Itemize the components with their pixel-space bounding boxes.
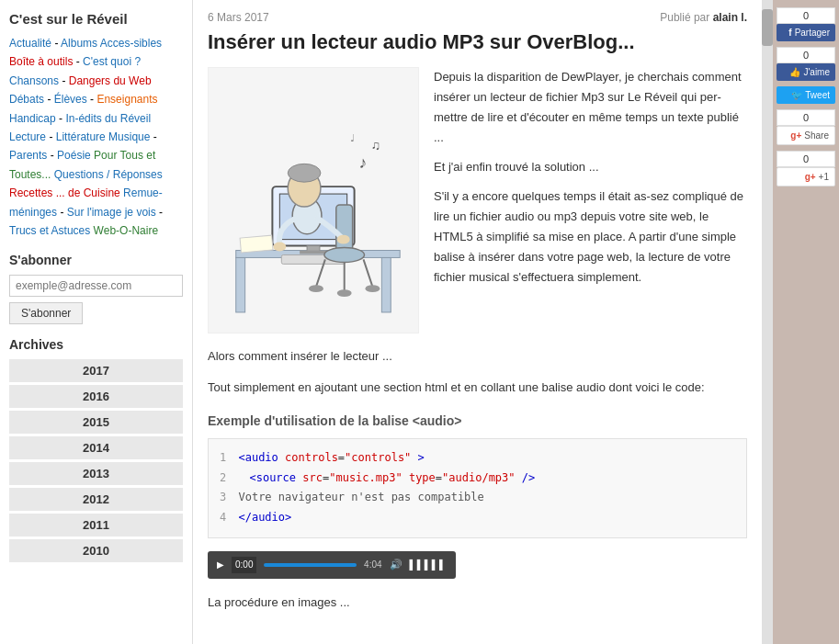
- subscribe-section: S'abonner S'abonner: [9, 253, 183, 324]
- nav-link-questions[interactable]: Questions / Réponses: [54, 168, 163, 181]
- nav-sep: -: [76, 55, 83, 68]
- intro-p1: Depuis la disparition de DewPlayer, je c…: [434, 67, 747, 148]
- audio-progress-bar[interactable]: [264, 563, 357, 567]
- fb-share-label: Partager: [795, 28, 830, 38]
- gp-plus-label: +1: [819, 172, 829, 182]
- site-title: C'est sur le Réveil: [9, 11, 183, 27]
- gp-share-label: Share: [804, 130, 829, 141]
- post-meta: 6 Mars 2017 Publié par alain l.: [208, 11, 747, 24]
- nav-link-dangers[interactable]: Dangers du Web: [69, 74, 152, 87]
- nav-link-poesie[interactable]: Poésie: [57, 149, 91, 162]
- audio-player[interactable]: ▶ 0:00 4:04 🔊 ▌▌▌▌▌: [208, 551, 456, 579]
- audio-level-bars: ▌▌▌▌▌: [410, 558, 447, 572]
- code-line-2: 2 <source src="music.mp3" type="audio/mp…: [220, 469, 735, 489]
- gp-icon: g+: [790, 130, 801, 141]
- svg-text:♫: ♫: [370, 138, 380, 153]
- archive-2015[interactable]: 2015: [9, 411, 183, 434]
- nav-sep: -: [47, 93, 53, 106]
- nav-link-chansons[interactable]: Chansons: [9, 74, 59, 87]
- nav-link-musique[interactable]: Musique: [108, 130, 150, 143]
- tw-icon: 🐦: [791, 90, 802, 100]
- scrollbar-track[interactable]: [762, 0, 773, 644]
- code-line-3: 3 Votre navigateur n'est pas compatible: [220, 488, 735, 508]
- svg-rect-1: [236, 257, 245, 311]
- svg-point-20: [337, 234, 350, 243]
- gp-plus-icon: g+: [805, 172, 816, 182]
- nav-link-boite[interactable]: Boîte à outils: [9, 55, 73, 68]
- scrollbar-thumb[interactable]: [762, 9, 773, 46]
- nav-link-lecture[interactable]: Lecture: [9, 130, 46, 143]
- intro-p2: Et j'ai enfin trouvé la solution ...: [434, 157, 747, 177]
- section-text-1: Alors comment insérer le lecteur ...: [208, 346, 747, 367]
- svg-point-9: [324, 247, 365, 262]
- archive-2012[interactable]: 2012: [9, 488, 183, 511]
- nav-link-recettes[interactable]: Recettes ... de Cuisine: [9, 186, 120, 199]
- nav-link-cest-quoi[interactable]: C'est quoi ?: [83, 55, 141, 68]
- nav-link-albums[interactable]: Albums Acces-sibles: [61, 37, 162, 50]
- fb-like-icon: 👍: [789, 67, 800, 77]
- fb-like-group: 0 👍 J'aime: [777, 47, 835, 81]
- nav-link-actualite[interactable]: Actualité: [9, 37, 51, 50]
- post-illustration: ♪ ♫ ♩: [208, 67, 419, 333]
- gp-share-group: 0 g+ Share: [777, 109, 835, 145]
- subscribe-button[interactable]: S'abonner: [9, 302, 83, 324]
- tw-tweet-button[interactable]: 🐦 Tweet: [777, 86, 835, 104]
- archives-heading: Archives: [9, 337, 183, 352]
- nav-sep: -: [54, 37, 58, 50]
- nav-link-sur-image[interactable]: Sur l'image je vois: [67, 206, 156, 219]
- archive-2010[interactable]: 2010: [9, 539, 183, 562]
- svg-point-15: [337, 289, 352, 297]
- fb-like-button[interactable]: 👍 J'aime: [777, 63, 835, 81]
- nav-sep: -: [51, 149, 57, 162]
- nav-link-enseignants[interactable]: Enseignants: [96, 93, 157, 106]
- nav-link-handicap[interactable]: Handicap: [9, 112, 56, 125]
- social-sidebar: 0 f Partager 0 👍 J'aime 🐦 Tweet 0 g+ Sha…: [773, 0, 839, 644]
- fb-icon: f: [788, 28, 791, 38]
- archive-2017[interactable]: 2017: [9, 359, 183, 382]
- sidebar: C'est sur le Réveil Actualité - Albums A…: [0, 0, 193, 644]
- post-title: Insérer un lecteur audio MP3 sur OverBlo…: [208, 29, 747, 56]
- nav-section: Actualité - Albums Acces-sibles Boîte à …: [9, 34, 183, 240]
- main-content: 6 Mars 2017 Publié par alain l. Insérer …: [193, 0, 762, 644]
- fb-share-button[interactable]: f Partager: [777, 24, 835, 41]
- nav-link-trucs[interactable]: Trucs et Astuces: [9, 224, 90, 237]
- fb-like-count: 0: [777, 47, 835, 63]
- play-button[interactable]: ▶: [217, 558, 224, 572]
- nav-sep: -: [159, 206, 163, 219]
- nav-link-debats[interactable]: Débats: [9, 93, 44, 106]
- tw-label: Tweet: [805, 90, 830, 100]
- nav-sep: -: [62, 74, 68, 87]
- gp-share-button[interactable]: g+ Share: [777, 126, 835, 145]
- code-line-1: 1 <audio controls="controls" >: [220, 448, 735, 469]
- archive-2014[interactable]: 2014: [9, 436, 183, 459]
- svg-text:♩: ♩: [350, 131, 355, 142]
- gp-plus-button[interactable]: g+ +1: [777, 167, 835, 186]
- gp-share-count: 0: [777, 109, 835, 126]
- post-author: alain l.: [713, 11, 747, 24]
- nav-sep: -: [153, 130, 157, 143]
- svg-rect-24: [240, 235, 273, 253]
- audio-current-time: 0:00: [232, 557, 256, 573]
- email-field[interactable]: [9, 275, 183, 297]
- gp-plus-group: 0 g+ +1: [777, 151, 835, 186]
- audio-duration: 4:04: [364, 558, 381, 572]
- archive-2016[interactable]: 2016: [9, 385, 183, 408]
- archive-2011[interactable]: 2011: [9, 514, 183, 537]
- nav-link-inedits[interactable]: In-édits du Réveil: [65, 112, 151, 125]
- nav-sep: -: [60, 206, 66, 219]
- svg-text:♪: ♪: [359, 153, 368, 172]
- svg-point-14: [366, 285, 380, 292]
- post-date: 6 Mars 2017: [208, 11, 269, 24]
- archive-2013[interactable]: 2013: [9, 462, 183, 485]
- body-p1: S'il y a encore quelques temps il était …: [434, 186, 747, 288]
- volume-icon[interactable]: 🔊: [390, 557, 402, 573]
- nav-link-litterature[interactable]: Littérature: [56, 130, 106, 143]
- nav-link-web-o-naire[interactable]: Web-O-Naire: [94, 224, 158, 237]
- published-by: Publié par alain l.: [660, 11, 747, 24]
- nav-link-eleves[interactable]: Élèves: [54, 93, 87, 106]
- svg-rect-2: [381, 257, 391, 311]
- post-body: ♪ ♫ ♩ Depuis la disparition de DewPlayer…: [208, 67, 747, 613]
- example-heading: Exemple d'utilisation de la balise <audi…: [208, 411, 747, 431]
- svg-point-18: [288, 164, 321, 182]
- nav-link-parents[interactable]: Parents: [9, 149, 47, 162]
